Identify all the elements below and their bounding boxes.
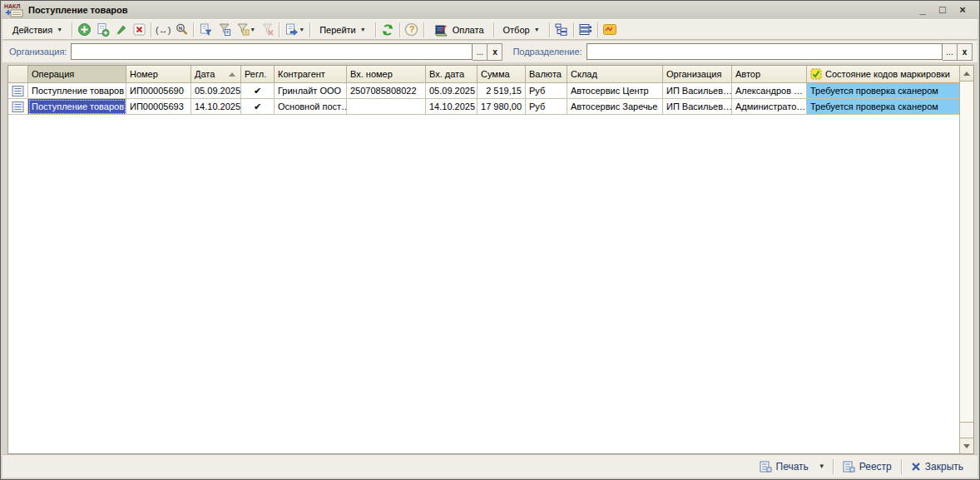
output-list-button[interactable]: ▼ — [282, 22, 307, 38]
organization-cell[interactable]: ИП Васильев… — [663, 99, 732, 115]
edit-button[interactable] — [111, 22, 130, 38]
marking-state-cell[interactable]: Требуется проверка сканером — [807, 99, 961, 115]
department-label: Подразделение: — [512, 47, 582, 57]
column-header-currency[interactable]: Валюта — [526, 66, 567, 83]
column-header-number[interactable]: Номер — [126, 66, 191, 83]
column-header-incoming-date[interactable]: Вх. дата — [426, 66, 478, 83]
registry-icon — [843, 461, 855, 473]
column-header-regl[interactable]: Регл. — [241, 66, 275, 83]
incoming-number-cell[interactable]: 2507085808022 — [347, 83, 426, 99]
help-button[interactable]: ? — [403, 22, 421, 38]
filter-by-value-button[interactable] — [215, 22, 233, 38]
table-row[interactable]: Поступление товаров ИП00005690 05.09.202… — [8, 83, 973, 99]
registry-button[interactable]: Реестр — [837, 459, 898, 474]
minimize-button[interactable]: _ — [913, 2, 933, 17]
column-header-marking-state[interactable]: Состояние кодов маркировки — [807, 66, 961, 83]
column-header-icon[interactable] — [8, 66, 28, 83]
row-type-cell[interactable] — [8, 83, 28, 99]
currency-cell[interactable]: Руб — [526, 99, 567, 115]
incoming-date-cell[interactable]: 05.09.2025 — [426, 83, 478, 99]
filter-settings-button[interactable]: ▼ — [233, 22, 258, 38]
add-button[interactable] — [75, 22, 93, 38]
payment-icon — [433, 23, 448, 37]
maximize-button[interactable]: □ — [933, 2, 953, 17]
organization-input[interactable] — [71, 43, 473, 60]
marking-codes-button[interactable] — [601, 22, 619, 38]
print-dropdown-button[interactable]: ▼ — [814, 461, 829, 472]
marking-codes-icon — [602, 23, 617, 36]
number-cell[interactable]: ИП00005693 — [126, 99, 191, 115]
documents-table: Операция Номер Дата Регл. Контрагент Вх.… — [7, 65, 974, 454]
clear-filter-button[interactable] — [258, 22, 276, 38]
contractor-cell[interactable]: Гринлайт ООО — [275, 83, 347, 99]
column-header-warehouse[interactable]: Склад — [567, 66, 663, 83]
column-header-incoming-number[interactable]: Вх. номер — [347, 66, 426, 83]
chevron-down-icon: ▼ — [299, 27, 304, 32]
actions-button[interactable]: Действия ▼ — [6, 22, 69, 37]
column-header-author[interactable]: Автор — [732, 66, 807, 83]
department-clear-button[interactable]: x — [958, 43, 973, 61]
warehouse-cell[interactable]: Автосервис Центр — [567, 83, 663, 99]
svg-text:N: N — [178, 26, 181, 31]
operation-cell-selected[interactable]: Поступление товаров — [28, 99, 126, 115]
set-filter-sort-button[interactable] — [196, 22, 215, 38]
number-cell[interactable]: ИП00005690 — [126, 83, 191, 99]
print-button[interactable]: Печать — [754, 459, 814, 474]
column-header-contractor[interactable]: Контрагент — [275, 66, 347, 83]
amount-cell[interactable]: 17 980,00 — [478, 99, 526, 115]
chevron-down-icon: ▼ — [360, 27, 366, 32]
toolbar-separator — [399, 22, 400, 37]
payment-button[interactable]: Оплата — [427, 21, 491, 39]
scroll-up-button[interactable] — [960, 66, 973, 82]
help-icon: ? — [404, 22, 418, 37]
table-row[interactable]: Поступление товаров ИП00005693 14.10.202… — [8, 99, 973, 115]
department-input[interactable] — [587, 43, 943, 60]
marking-state-cell[interactable]: Требуется проверка сканером — [807, 83, 961, 99]
toolbar-separator — [493, 22, 494, 37]
refresh-button[interactable] — [379, 22, 397, 38]
close-x-icon — [911, 462, 921, 472]
filter-button[interactable]: Отбор ▼ — [497, 22, 547, 37]
chevron-down-icon: ▼ — [534, 27, 540, 32]
toolbar-separator — [72, 22, 72, 37]
operation-cell[interactable]: Поступление товаров — [28, 83, 126, 99]
hierarchy-view-button[interactable] — [552, 22, 571, 38]
list-settings-button[interactable] — [577, 22, 595, 38]
currency-cell[interactable]: Руб — [526, 83, 567, 99]
row-type-cell[interactable] — [8, 99, 28, 115]
contractor-cell[interactable]: Основной пост… — [275, 99, 347, 115]
organization-cell[interactable]: ИП Васильев… — [663, 83, 732, 99]
regl-cell[interactable]: ✔ — [241, 83, 275, 99]
column-header-operation[interactable]: Операция — [28, 66, 126, 83]
scrollbar-thumb[interactable] — [960, 82, 973, 423]
organization-browse-button[interactable]: ... — [473, 43, 488, 61]
column-header-organization[interactable]: Организация — [663, 66, 732, 83]
warehouse-cell[interactable]: Автосервис Заречье — [567, 99, 663, 115]
amount-cell[interactable]: 2 519,15 — [478, 83, 526, 99]
close-button[interactable]: × — [953, 2, 973, 17]
vertical-scrollbar[interactable] — [959, 66, 973, 453]
date-cell[interactable]: 14.10.2025 — [191, 99, 241, 115]
author-cell[interactable]: Администрато… — [732, 99, 807, 115]
date-cell[interactable]: 05.09.2025 — [191, 83, 241, 99]
goto-button[interactable]: Перейти ▼ — [313, 22, 373, 37]
set-interval-button[interactable]: (↔) — [154, 22, 172, 38]
regl-cell[interactable]: ✔ — [241, 99, 275, 115]
incoming-date-cell[interactable]: 14.10.2025 — [426, 99, 478, 115]
close-window-button[interactable]: Закрыть — [905, 459, 969, 474]
incoming-number-cell[interactable] — [347, 99, 426, 115]
delete-button[interactable] — [130, 22, 148, 38]
footer-separator — [901, 459, 902, 474]
column-header-amount[interactable]: Сумма — [478, 66, 526, 83]
organization-clear-button[interactable]: x — [488, 43, 502, 61]
author-cell[interactable]: Александров … — [732, 83, 807, 99]
funnel-menu-icon — [235, 22, 250, 37]
search-button[interactable]: N — [172, 22, 191, 38]
hierarchy-icon — [554, 22, 568, 37]
list-settings-icon — [578, 22, 592, 37]
column-header-date[interactable]: Дата — [191, 66, 241, 83]
copy-button[interactable] — [93, 22, 111, 38]
scroll-down-button[interactable] — [960, 438, 973, 453]
department-browse-button[interactable]: ... — [943, 43, 958, 61]
filter-bar: Организация: ... x Подразделение: ... x — [2, 41, 978, 62]
